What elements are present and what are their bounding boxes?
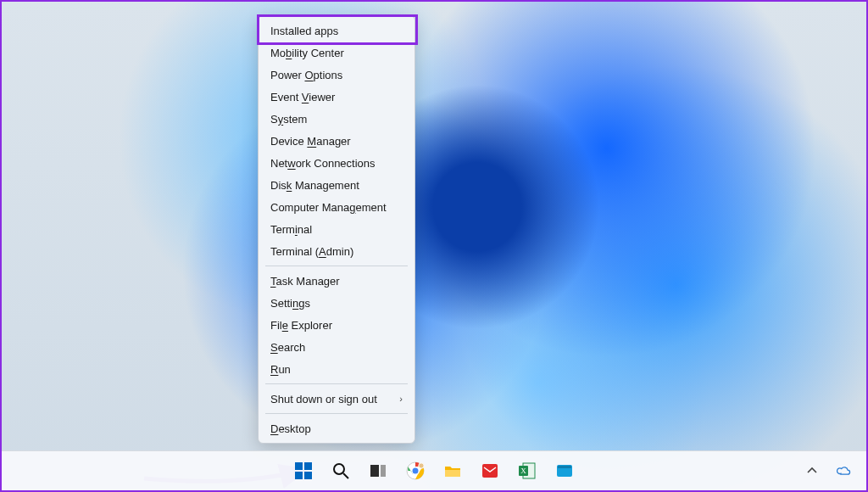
menu-item-label: Terminal [270, 223, 312, 236]
start-button[interactable] [289, 456, 318, 485]
svg-point-4 [334, 464, 344, 474]
menu-item-device-manager[interactable]: Device Manager [259, 130, 415, 152]
tray-chevron[interactable] [802, 461, 822, 481]
menu-item-label: Network Connections [270, 157, 376, 170]
winx-menu: Installed appsMobility CenterPower Optio… [258, 15, 415, 444]
svg-rect-3 [304, 472, 312, 479]
svg-line-5 [343, 473, 348, 478]
menu-item-label: System [270, 113, 307, 126]
svg-rect-7 [381, 465, 386, 477]
menu-item-installed-apps[interactable]: Installed apps [259, 20, 415, 42]
menu-item-task-manager[interactable]: Task Manager [259, 270, 415, 292]
taskbar: X [2, 450, 866, 490]
menu-separator [265, 383, 408, 384]
menu-item-event-viewer[interactable]: Event Viewer [259, 86, 415, 108]
menu-item-computer-management[interactable]: Computer Management [259, 196, 415, 218]
taskview-button[interactable] [364, 456, 392, 485]
menu-item-label: Event Viewer [270, 91, 335, 103]
menu-item-label: Mobility Center [270, 47, 344, 59]
menu-separator [265, 266, 408, 266]
menu-item-file-explorer[interactable]: File Explorer [259, 314, 415, 336]
svg-rect-2 [295, 472, 303, 479]
menu-item-terminal[interactable]: Terminal [259, 218, 415, 240]
menu-item-label: Disk Management [270, 179, 359, 192]
submenu-arrow-icon: › [399, 394, 403, 404]
menu-item-settings[interactable]: Settings [259, 292, 415, 314]
menu-item-label: Desktop [270, 422, 311, 435]
menu-item-mobility-center[interactable]: Mobility Center [259, 42, 415, 64]
edge-app[interactable] [550, 456, 579, 485]
menu-item-search[interactable]: Search [259, 336, 415, 358]
explorer-app[interactable] [438, 456, 467, 485]
svg-point-10 [419, 463, 424, 468]
menu-item-system[interactable]: System [259, 108, 415, 130]
menu-item-terminal-admin[interactable]: Terminal (Admin) [259, 240, 415, 262]
svg-rect-11 [482, 464, 498, 478]
onedrive-icon[interactable] [834, 461, 854, 481]
menu-item-desktop[interactable]: Desktop [259, 417, 415, 439]
desktop-wallpaper [2, 2, 866, 490]
menu-item-label: Device Manager [270, 135, 351, 148]
menu-item-label: Installed apps [270, 25, 338, 37]
svg-rect-16 [558, 466, 571, 468]
svg-rect-1 [304, 462, 312, 470]
excel-app[interactable]: X [513, 456, 542, 485]
menu-item-disk-management[interactable]: Disk Management [259, 174, 415, 196]
mail-app[interactable] [476, 456, 504, 485]
menu-item-label: Search [270, 341, 305, 354]
chrome-app[interactable] [401, 456, 430, 485]
menu-item-shut-down-or-sign-out[interactable]: Shut down or sign out› [259, 388, 415, 410]
svg-rect-6 [370, 465, 379, 477]
menu-separator [265, 413, 408, 414]
menu-item-label: Terminal (Admin) [270, 245, 353, 258]
svg-rect-0 [295, 462, 303, 470]
menu-item-label: Computer Management [270, 201, 387, 214]
menu-item-run[interactable]: Run [259, 358, 415, 380]
menu-item-network-connections[interactable]: Network Connections [259, 152, 415, 174]
search-button[interactable] [326, 456, 355, 485]
menu-item-label: Task Manager [270, 275, 340, 288]
menu-item-label: Run [270, 363, 291, 376]
svg-text:X: X [520, 467, 526, 475]
menu-item-label: Shut down or sign out [270, 393, 377, 405]
svg-point-9 [412, 467, 419, 474]
menu-item-label: Power Options [270, 69, 342, 81]
menu-item-power-options[interactable]: Power Options [259, 64, 415, 86]
menu-item-label: Settings [270, 297, 310, 310]
menu-item-label: File Explorer [270, 319, 332, 332]
